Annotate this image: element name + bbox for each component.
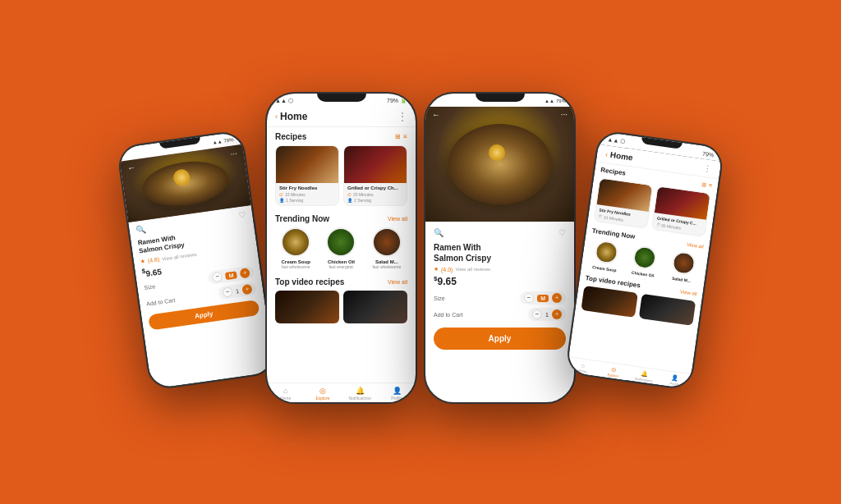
nav-explore-label-2: Explore (315, 396, 329, 401)
recipe-serving-2: 👤2 Serving (347, 198, 403, 203)
home-more-4[interactable]: ⋮ (703, 163, 712, 173)
nav-notif-icon-2: 🔔 (356, 387, 365, 395)
nav-profile-4[interactable]: 👤 Profile (659, 373, 691, 388)
nav-explore-icon-4: ◎ (611, 366, 617, 373)
qty-plus-1[interactable]: + (241, 284, 253, 296)
phone-1: ▲▲ 79% ← ··· 🔍 ♡ Ramen WithSalmon Crispy (116, 130, 276, 392)
rating-row-3: ★ (4.0) View all reviews (434, 266, 566, 273)
trending-view-all-4[interactable]: View all (687, 241, 704, 249)
list-icon-2[interactable]: ≡ (403, 133, 407, 140)
screen-4: ‹ Home ⋮ Recipes ⊞ ≡ (567, 144, 721, 389)
search-icon-1[interactable]: 🔍 (136, 224, 146, 235)
back-arrow-1[interactable]: ← (126, 163, 136, 172)
trending-cream-soup[interactable]: Cream Soup fast wholesome (275, 227, 316, 269)
qty-minus-size-1[interactable]: − (212, 272, 223, 283)
trending-view-all-2[interactable]: View all (388, 216, 407, 222)
detail-content-1: 🔍 ♡ Ramen WithSalmon Crispy ★ (4.8) View… (128, 205, 274, 389)
video-card-4-2[interactable] (639, 294, 696, 326)
qty-control-1: − 1 + (218, 282, 257, 300)
recipe-meta-2: ⏱20 Minutes 👤2 Serving (347, 192, 403, 203)
battery-2: 79% 🔋 (387, 98, 407, 104)
heart-icon-1[interactable]: ♡ (238, 210, 246, 220)
home-header-2: ‹ Home ⋮ (267, 107, 416, 127)
qty-value-1: 1 (236, 288, 240, 294)
recipe-name-1: Stir Fry Noodles (279, 186, 335, 190)
view-icons-2: ⊞ ≡ (395, 133, 407, 140)
trending-4-1[interactable]: Cream Soup (586, 239, 625, 274)
phone-4: ▲▲ ⬡ 79% ‹ Home ⋮ Recipes ⊞ ≡ (564, 130, 724, 392)
video-card-4-1[interactable] (581, 286, 638, 318)
reviews-link-3[interactable]: View all reviews (455, 267, 490, 272)
qty-minus-3[interactable]: − (532, 309, 542, 319)
trending-chicken-oil[interactable]: Chicken Oil fast energetic (320, 227, 361, 269)
price-3: $9.65 (434, 275, 566, 287)
recipe-card-1[interactable]: Stir Fry Noodles ⏱15 Minutes 👤1 Serving (275, 145, 339, 206)
recipe-card-4-1[interactable]: Stir Fry Noodles ⏱ 10 Minutes (594, 177, 654, 229)
trending-4-2[interactable]: Chicken Oil (625, 244, 664, 279)
home-back-2[interactable]: ‹ (275, 112, 278, 121)
video-card-1[interactable] (275, 291, 339, 323)
recipe-info-1: Stir Fry Noodles ⏱15 Minutes 👤1 Serving (276, 183, 338, 205)
recipes-section-2: Recipes ⊞ ≡ Stir Fry Noodles ⏱15 Minutes (267, 127, 416, 209)
grid-icon-2[interactable]: ⊞ (395, 133, 401, 140)
add-cart-label-1: Add to Cart (146, 297, 176, 307)
trending-title-2: Trending Now (275, 214, 329, 223)
battery-label: 79% (223, 137, 234, 144)
more-dots-3[interactable]: ··· (561, 110, 568, 119)
apply-button-3[interactable]: Apply (434, 328, 566, 350)
list-icon-4[interactable]: ≡ (709, 182, 713, 189)
more-dots-1[interactable]: ··· (230, 149, 238, 158)
phone-2: ▲▲ ⬡ 79% 🔋 ‹ Home ⋮ Recipes ⊞ ≡ (265, 92, 417, 404)
size-label-3: Size (434, 296, 445, 301)
trending-sub-1: fast wholesome (282, 264, 310, 269)
notch-3 (476, 94, 525, 102)
search-icon-3[interactable]: 🔍 (434, 228, 443, 237)
nav-profile-2[interactable]: 👤 Profile (379, 387, 416, 401)
recipe-card-2[interactable]: Grilled or Crispy Ch... ⏱20 Minutes 👤2 S… (343, 145, 407, 206)
qty-plus-3[interactable]: + (552, 309, 562, 319)
recipe-img-1 (276, 146, 338, 183)
recipe-meta-1: ⏱15 Minutes 👤1 Serving (279, 192, 335, 203)
trending-img-4-3 (671, 250, 697, 277)
video-card-2[interactable] (343, 291, 407, 323)
trending-img-4-2 (632, 245, 659, 271)
recipe-card-4-2[interactable]: Grilled or Crispy C... ⏱ 30 Minutes (651, 186, 711, 237)
rating-text-1: (4.8) (147, 256, 159, 263)
video-view-all-2[interactable]: View all (388, 279, 407, 285)
trending-salad[interactable]: Salad M... fast wholesome (366, 227, 407, 269)
home-more-2[interactable]: ⋮ (398, 111, 407, 122)
nav-notif-2[interactable]: 🔔 Notifications (342, 387, 379, 401)
screen-1: ← ··· 🔍 ♡ Ramen WithSalmon Crispy ★ (4.8… (120, 144, 274, 389)
video-view-all-4[interactable]: View all (680, 289, 697, 296)
bottom-nav-2: ⌂ Home ◎ Explore 🔔 Notifications 👤 Profi… (267, 383, 416, 402)
nav-notif-4[interactable]: 🔔 Notifications (628, 369, 660, 384)
nav-explore-2[interactable]: ◎ Explore (304, 387, 341, 401)
recipe-serving-1: 👤1 Serving (279, 198, 335, 203)
food-hero-3: ← ··· (425, 107, 574, 222)
size-control-3: − M + (520, 291, 566, 305)
qty-plus-size-1[interactable]: + (239, 268, 250, 279)
trending-img-3 (372, 227, 402, 257)
recipe-name-2: Grilled or Crispy Ch... (347, 186, 403, 190)
qty-plus-size-3[interactable]: + (552, 293, 562, 303)
signal-icon: ▲▲ (212, 139, 223, 145)
nav-home-icon-2: ⌂ (283, 387, 287, 395)
qty-minus-1[interactable]: − (223, 286, 234, 298)
nav-profile-label-2: Profile (391, 396, 402, 401)
trending-img-1 (281, 227, 310, 257)
trending-4-3[interactable]: Salad M... (664, 250, 702, 285)
trending-name-4-1: Cream Soup (592, 264, 617, 273)
recipe-info-2: Grilled or Crispy Ch... ⏱20 Minutes 👤2 S… (344, 183, 407, 205)
signal-3: ▲▲ (545, 99, 554, 103)
stars-1: ★ (140, 258, 145, 265)
nav-explore-4[interactable]: ◎ Explore (597, 364, 629, 379)
grid-icon-4[interactable]: ⊞ (701, 181, 707, 188)
nav-home-2[interactable]: ⌂ Home (267, 387, 304, 401)
qty-minus-size-3[interactable]: − (524, 293, 534, 303)
home-back-4[interactable]: ‹ (604, 150, 608, 158)
signal-4: ▲▲ ⬡ (607, 136, 626, 145)
heart-icon-3[interactable]: ♡ (558, 228, 566, 237)
signal-2: ▲▲ ⬡ (275, 98, 293, 104)
trending-title-4: Trending Now (591, 227, 636, 241)
back-arrow-3[interactable]: ← (432, 110, 440, 119)
